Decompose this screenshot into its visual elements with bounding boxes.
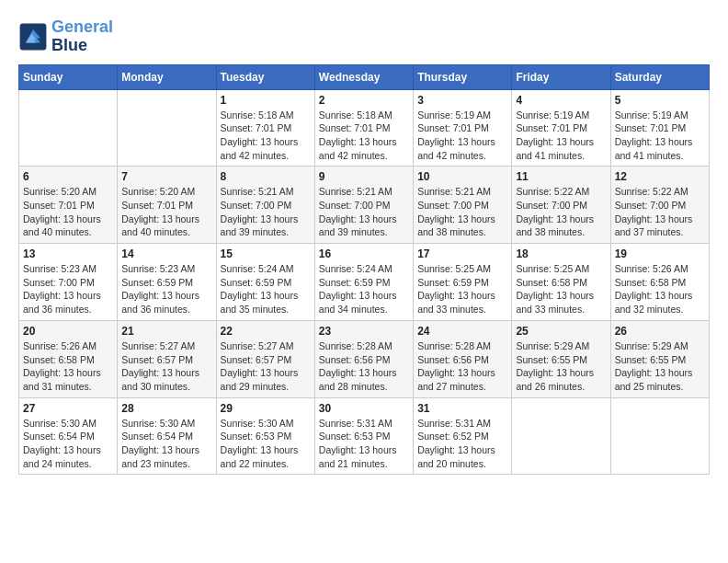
day-info: Sunrise: 5:28 AM Sunset: 6:56 PM Dayligh… — [319, 339, 409, 394]
calendar-cell: 5Sunrise: 5:19 AM Sunset: 7:01 PM Daylig… — [610, 89, 709, 167]
calendar-cell: 13Sunrise: 5:23 AM Sunset: 7:00 PM Dayli… — [19, 244, 118, 321]
logo-text: General Blue — [51, 18, 113, 55]
day-info: Sunrise: 5:18 AM Sunset: 7:01 PM Dayligh… — [319, 109, 409, 163]
day-number: 30 — [319, 402, 409, 415]
day-number: 16 — [319, 247, 409, 260]
day-number: 2 — [319, 94, 409, 107]
day-info: Sunrise: 5:20 AM Sunset: 7:01 PM Dayligh… — [121, 185, 211, 239]
day-number: 26 — [615, 325, 705, 338]
calendar-table: SundayMondayTuesdayWednesdayThursdayFrid… — [18, 64, 710, 476]
calendar-cell: 4Sunrise: 5:19 AM Sunset: 7:01 PM Daylig… — [512, 89, 610, 167]
calendar-cell: 12Sunrise: 5:22 AM Sunset: 7:00 PM Dayli… — [610, 167, 709, 244]
day-number: 29 — [221, 402, 311, 415]
day-number: 4 — [516, 94, 606, 107]
day-info: Sunrise: 5:21 AM Sunset: 7:00 PM Dayligh… — [319, 185, 409, 239]
day-number: 13 — [23, 247, 113, 260]
day-info: Sunrise: 5:22 AM Sunset: 7:00 PM Dayligh… — [516, 185, 606, 239]
day-number: 31 — [417, 402, 507, 415]
day-info: Sunrise: 5:21 AM Sunset: 7:00 PM Dayligh… — [417, 185, 507, 239]
day-info: Sunrise: 5:31 AM Sunset: 6:53 PM Dayligh… — [319, 417, 409, 471]
calendar-cell: 10Sunrise: 5:21 AM Sunset: 7:00 PM Dayli… — [414, 167, 512, 244]
day-info: Sunrise: 5:27 AM Sunset: 6:57 PM Dayligh… — [121, 339, 211, 394]
day-number: 9 — [319, 170, 409, 183]
day-of-week-header: Monday — [118, 64, 216, 89]
calendar-cell: 21Sunrise: 5:27 AM Sunset: 6:57 PM Dayli… — [118, 320, 216, 397]
calendar-cell: 3Sunrise: 5:19 AM Sunset: 7:01 PM Daylig… — [414, 89, 512, 167]
calendar-cell: 8Sunrise: 5:21 AM Sunset: 7:00 PM Daylig… — [216, 167, 314, 244]
calendar-cell: 19Sunrise: 5:26 AM Sunset: 6:58 PM Dayli… — [610, 244, 709, 321]
day-number: 1 — [221, 94, 311, 107]
day-info: Sunrise: 5:25 AM Sunset: 6:58 PM Dayligh… — [516, 262, 606, 316]
calendar-cell: 22Sunrise: 5:27 AM Sunset: 6:57 PM Dayli… — [216, 320, 314, 397]
day-number: 20 — [23, 325, 113, 338]
day-info: Sunrise: 5:25 AM Sunset: 6:59 PM Dayligh… — [417, 262, 507, 316]
day-info: Sunrise: 5:24 AM Sunset: 6:59 PM Dayligh… — [221, 262, 311, 316]
page-header: General Blue — [18, 18, 710, 55]
calendar-cell: 18Sunrise: 5:25 AM Sunset: 6:58 PM Dayli… — [512, 244, 610, 321]
day-info: Sunrise: 5:22 AM Sunset: 7:00 PM Dayligh… — [615, 185, 705, 239]
day-info: Sunrise: 5:23 AM Sunset: 6:59 PM Dayligh… — [121, 262, 211, 316]
calendar-week-row: 27Sunrise: 5:30 AM Sunset: 6:54 PM Dayli… — [19, 397, 710, 475]
calendar-cell: 2Sunrise: 5:18 AM Sunset: 7:01 PM Daylig… — [314, 89, 413, 167]
calendar-cell — [118, 89, 216, 167]
calendar-cell: 24Sunrise: 5:28 AM Sunset: 6:56 PM Dayli… — [414, 320, 512, 397]
day-number: 24 — [417, 325, 507, 338]
day-number: 5 — [615, 94, 705, 107]
day-info: Sunrise: 5:30 AM Sunset: 6:53 PM Dayligh… — [221, 417, 311, 471]
logo-icon — [18, 22, 48, 52]
day-of-week-header: Thursday — [414, 64, 512, 89]
day-of-week-header: Sunday — [19, 64, 118, 89]
calendar-cell: 29Sunrise: 5:30 AM Sunset: 6:53 PM Dayli… — [216, 397, 314, 475]
day-number: 6 — [23, 170, 113, 183]
day-info: Sunrise: 5:23 AM Sunset: 7:00 PM Dayligh… — [23, 262, 113, 316]
day-of-week-header: Tuesday — [216, 64, 314, 89]
calendar-cell: 16Sunrise: 5:24 AM Sunset: 6:59 PM Dayli… — [314, 244, 413, 321]
day-info: Sunrise: 5:31 AM Sunset: 6:52 PM Dayligh… — [417, 417, 507, 471]
day-number: 18 — [516, 247, 606, 260]
calendar-cell: 27Sunrise: 5:30 AM Sunset: 6:54 PM Dayli… — [19, 397, 118, 475]
calendar-week-row: 1Sunrise: 5:18 AM Sunset: 7:01 PM Daylig… — [19, 89, 710, 167]
calendar-cell: 20Sunrise: 5:26 AM Sunset: 6:58 PM Dayli… — [19, 320, 118, 397]
day-info: Sunrise: 5:21 AM Sunset: 7:00 PM Dayligh… — [221, 185, 311, 239]
calendar-cell: 31Sunrise: 5:31 AM Sunset: 6:52 PM Dayli… — [414, 397, 512, 475]
day-info: Sunrise: 5:19 AM Sunset: 7:01 PM Dayligh… — [516, 109, 606, 163]
day-number: 28 — [121, 402, 211, 415]
calendar-week-row: 13Sunrise: 5:23 AM Sunset: 7:00 PM Dayli… — [19, 244, 710, 321]
day-of-week-header: Friday — [512, 64, 610, 89]
calendar-cell: 26Sunrise: 5:29 AM Sunset: 6:55 PM Dayli… — [610, 320, 709, 397]
calendar-cell: 7Sunrise: 5:20 AM Sunset: 7:01 PM Daylig… — [118, 167, 216, 244]
day-info: Sunrise: 5:19 AM Sunset: 7:01 PM Dayligh… — [615, 109, 705, 163]
day-number: 12 — [615, 170, 705, 183]
day-info: Sunrise: 5:30 AM Sunset: 6:54 PM Dayligh… — [23, 417, 113, 471]
day-info: Sunrise: 5:29 AM Sunset: 6:55 PM Dayligh… — [516, 339, 606, 394]
day-number: 25 — [516, 325, 606, 338]
day-of-week-header: Saturday — [610, 64, 709, 89]
day-number: 15 — [221, 247, 311, 260]
calendar-cell: 6Sunrise: 5:20 AM Sunset: 7:01 PM Daylig… — [19, 167, 118, 244]
day-number: 3 — [417, 94, 507, 107]
day-number: 27 — [23, 402, 113, 415]
day-number: 8 — [221, 170, 311, 183]
logo: General Blue — [18, 18, 113, 55]
calendar-header-row: SundayMondayTuesdayWednesdayThursdayFrid… — [19, 64, 710, 89]
day-info: Sunrise: 5:29 AM Sunset: 6:55 PM Dayligh… — [615, 339, 705, 394]
calendar-cell: 28Sunrise: 5:30 AM Sunset: 6:54 PM Dayli… — [118, 397, 216, 475]
calendar-cell: 15Sunrise: 5:24 AM Sunset: 6:59 PM Dayli… — [216, 244, 314, 321]
day-info: Sunrise: 5:20 AM Sunset: 7:01 PM Dayligh… — [23, 185, 113, 239]
calendar-cell: 30Sunrise: 5:31 AM Sunset: 6:53 PM Dayli… — [314, 397, 413, 475]
day-number: 23 — [319, 325, 409, 338]
day-info: Sunrise: 5:28 AM Sunset: 6:56 PM Dayligh… — [417, 339, 507, 394]
day-info: Sunrise: 5:26 AM Sunset: 6:58 PM Dayligh… — [23, 339, 113, 394]
day-number: 14 — [121, 247, 211, 260]
day-number: 17 — [417, 247, 507, 260]
calendar-week-row: 20Sunrise: 5:26 AM Sunset: 6:58 PM Dayli… — [19, 320, 710, 397]
calendar-cell: 1Sunrise: 5:18 AM Sunset: 7:01 PM Daylig… — [216, 89, 314, 167]
calendar-cell: 23Sunrise: 5:28 AM Sunset: 6:56 PM Dayli… — [314, 320, 413, 397]
calendar-week-row: 6Sunrise: 5:20 AM Sunset: 7:01 PM Daylig… — [19, 167, 710, 244]
calendar-cell — [512, 397, 610, 475]
day-number: 21 — [121, 325, 211, 338]
day-info: Sunrise: 5:24 AM Sunset: 6:59 PM Dayligh… — [319, 262, 409, 316]
calendar-cell — [610, 397, 709, 475]
calendar-cell: 11Sunrise: 5:22 AM Sunset: 7:00 PM Dayli… — [512, 167, 610, 244]
day-info: Sunrise: 5:18 AM Sunset: 7:01 PM Dayligh… — [221, 109, 311, 163]
